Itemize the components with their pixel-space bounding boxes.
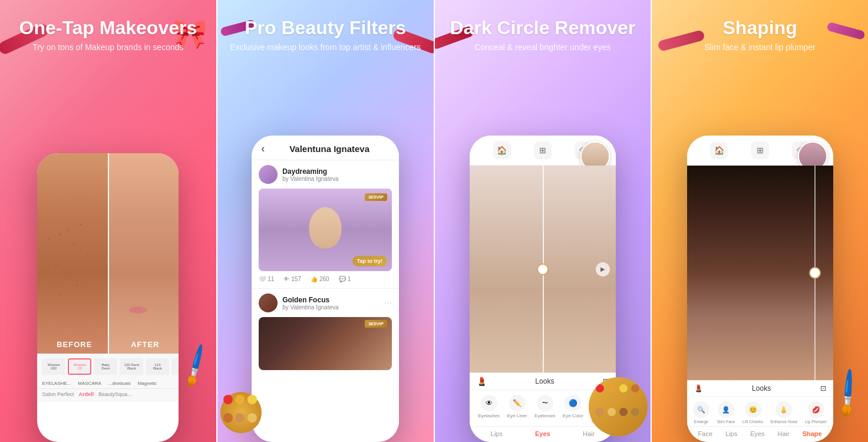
brand-label-bs: BeautySqua...: [98, 391, 132, 397]
eyeliner-tool[interactable]: ✏️ Eye Liner: [507, 395, 527, 424]
lash-item[interactable]: Wispies002: [42, 358, 65, 375]
phone-4-inner: 🏠 ⊞ 👁 💄 Looks ⊡: [687, 136, 833, 442]
heart-icon: 🤍: [259, 276, 266, 282]
post-1-header: Daydreaming by Valentina Ignateva: [259, 165, 392, 184]
post-1-image[interactable]: 365VIP Tap to try!: [259, 189, 392, 271]
post-2-header: Golden Focus by Valentina Ignateva ···: [259, 293, 392, 312]
eyeliner-icon: ✏️: [509, 395, 526, 411]
panel-1-subtitle: Try on tons of Makeup brands in seconds: [12, 42, 204, 52]
tab-eyes[interactable]: Eyes: [535, 430, 550, 437]
slimface-tool[interactable]: 👤 Slim Face: [717, 401, 735, 424]
post-2-vip-badge: 365VIP: [365, 320, 387, 328]
post-2-avatar: [259, 293, 278, 312]
lipplumper-icon: 💋: [808, 401, 824, 418]
panel-4-subtitle: Slim face & instant lip plumper: [664, 42, 856, 52]
eyebrows-icon: 〜: [537, 395, 553, 411]
p4-tab-shape[interactable]: Shape: [803, 430, 822, 437]
brand-label: Salon Perfect: [42, 391, 74, 397]
panel-2-header: Pro Beauty Filters Exclusive makeup look…: [217, 0, 434, 58]
thumbs-stat: 👍 260: [311, 276, 329, 282]
p3-toolbar: 🏠 ⊞ 👁: [470, 136, 616, 166]
eyelashes-icon: 👁: [481, 395, 497, 411]
slider-handle[interactable]: [537, 263, 549, 275]
home-button[interactable]: 🏠: [493, 141, 511, 159]
panel-2-subtitle: Exclusive makeup looks from top artist &…: [229, 42, 422, 52]
p4-toolbar: 🏠 ⊞ 👁: [687, 136, 833, 166]
panel-2-title: Pro Beauty Filters: [229, 18, 422, 38]
p4-tab-hair[interactable]: Hair: [778, 430, 790, 437]
nav-title: Valentuna Ignateva: [269, 144, 390, 154]
before-after-area: BEFORE AFTER: [37, 153, 179, 354]
p4-makeup-tools: 🔍 Enlarge 👤 Slim Face 😊 Lift Cheeks 👃 En…: [687, 396, 833, 426]
p4-tab-face[interactable]: Face: [698, 430, 712, 437]
post-2-author: by Valentina Ignateva: [282, 304, 379, 311]
vip-badge: 365VIP: [365, 193, 387, 201]
eye-icon: 👁: [283, 276, 289, 282]
comment-icon: 💬: [339, 276, 346, 282]
liftcheeks-tool[interactable]: 😊 Lift Cheeks: [742, 401, 763, 424]
lipplumper-label: Lip Plumper: [805, 420, 827, 424]
p4-tab-lips[interactable]: Lips: [725, 430, 737, 437]
phone-mockup-4: 🏠 ⊞ 👁 💄 Looks ⊡: [687, 136, 833, 442]
p4-layers-button[interactable]: ⊞: [751, 141, 769, 159]
post-2-image[interactable]: 365VIP: [259, 317, 392, 370]
lipplumper-tool[interactable]: 💋 Lip Plumper: [805, 401, 827, 424]
panel-1-header: One-Tap Makeovers Try on tons of Makeup …: [0, 0, 216, 58]
lash-item[interactable]: 113Black: [146, 358, 169, 375]
enhancenose-tool[interactable]: 👃 Enhance Nose: [771, 401, 798, 424]
lash-row: Wispies002 Wispies12! BabyDemi 120 DemiB…: [37, 358, 179, 378]
p4-slider-handle[interactable]: [809, 267, 821, 279]
category-row: EYELASHE... MASCARA ...dividuals Magneti…: [37, 378, 179, 388]
post-1-author: by Valentina Ignateva: [282, 176, 392, 182]
brand-row: Salon Perfect Ardell BeautySqua...: [37, 388, 179, 400]
enhancenose-label: Enhance Nose: [771, 420, 798, 424]
after-face: [108, 153, 179, 354]
post-2-info: Golden Focus by Valentina Ignateva: [282, 296, 379, 311]
lash-item[interactable]: 120 DemiBlack: [120, 358, 143, 375]
post-2-title: Golden Focus: [282, 296, 379, 304]
thumbs-icon: 👍: [311, 276, 318, 282]
enlarge-label: Enlarge: [694, 420, 708, 424]
play-button[interactable]: ▶: [596, 262, 610, 276]
face-skin: [309, 207, 342, 249]
palette-deco-p3: [589, 377, 648, 436]
tab-lips[interactable]: Lips: [491, 430, 503, 437]
comments-stat: 💬 1: [339, 276, 351, 282]
panel-3-title: Dark Circle Remover: [447, 18, 639, 38]
p4-tab-eyes[interactable]: Eyes: [750, 430, 764, 437]
eyecolor-label: Eye Color: [563, 413, 583, 418]
enlarge-icon: 🔍: [693, 401, 709, 418]
layers-button[interactable]: ⊞: [534, 141, 552, 159]
lash-item[interactable]: BabyDemi: [94, 358, 117, 375]
split-divider: [108, 153, 109, 354]
face-preview-area: ▶: [470, 166, 616, 372]
p4-home-button[interactable]: 🏠: [710, 141, 728, 159]
liftcheeks-icon: 😊: [745, 401, 761, 418]
phone-mockup-1: BEFORE AFTER Wispies002 Wispies12! BabyD…: [37, 153, 179, 442]
views-stat: 👁 157: [283, 276, 301, 282]
post-1: Daydreaming by Valentina Ignateva 365VIP…: [252, 160, 399, 289]
panel-4-header: Shaping Slim face & instant lip plumper: [652, 0, 868, 58]
eyebrows-tool[interactable]: 〜 Eyebrows: [534, 395, 555, 424]
panel-3-subtitle: Conceal & reveal brighter under eyes: [447, 42, 639, 52]
lash-item-selected[interactable]: Wispies12!: [68, 358, 91, 375]
more-icon[interactable]: ···: [384, 298, 392, 308]
panel-shaping: Shaping Slim face & instant lip plumper …: [652, 0, 868, 442]
eyebrows-label: Eyebrows: [534, 413, 555, 418]
back-button[interactable]: ‹: [261, 143, 265, 155]
eyeliner-label: Eye Liner: [507, 413, 527, 418]
likes-count: 11: [268, 276, 274, 282]
eyecolor-tool[interactable]: 🔵 Eye Color: [563, 395, 583, 424]
brand-label-ardell: Ardell: [78, 391, 94, 397]
post-1-title: Daydreaming: [282, 167, 392, 176]
post-1-avatar: [259, 165, 278, 184]
eyelashes-label: Eyelashes: [478, 413, 500, 418]
enhancenose-icon: 👃: [775, 401, 792, 418]
comments-count: 1: [348, 276, 351, 282]
before-label: BEFORE: [57, 340, 92, 349]
p4-face-preview-area: [687, 166, 833, 380]
eyecolor-icon: 🔵: [565, 395, 581, 411]
tap-to-try-btn[interactable]: Tap to try!: [352, 256, 387, 266]
eyelashes-tool[interactable]: 👁 Eyelashes: [478, 395, 500, 424]
enlarge-tool[interactable]: 🔍 Enlarge: [693, 401, 709, 424]
